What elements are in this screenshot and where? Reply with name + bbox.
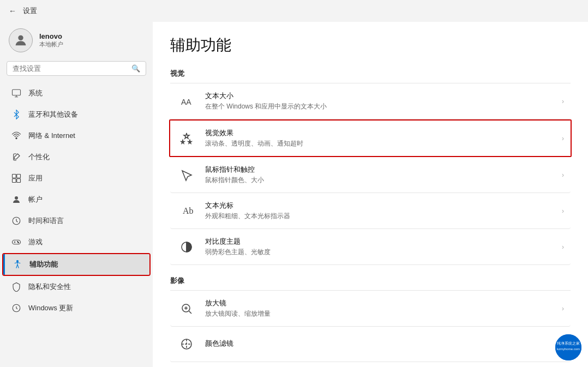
menu-item-text-cursor[interactable]: Ab 文本光标 外观和粗细、文本光标指示器 › bbox=[170, 193, 571, 229]
menu-item-contrast[interactable]: 对比度主题 弱势彩色主题、光敏度 › bbox=[170, 229, 571, 265]
sidebar-item-accessibility[interactable]: 辅助功能 bbox=[3, 254, 149, 275]
svg-text:Ab: Ab bbox=[183, 206, 193, 215]
system-icon bbox=[11, 88, 22, 99]
title-bar: ← 设置 bbox=[0, 0, 588, 22]
menu-item-color-filter[interactable]: 颜色滤镜 › bbox=[170, 327, 571, 362]
apps-icon bbox=[11, 173, 22, 184]
back-button[interactable]: ← bbox=[9, 7, 16, 15]
menu-item-magnifier-subtitle: 放大镜阅读、缩放增量 bbox=[205, 309, 553, 318]
svg-point-12 bbox=[17, 261, 19, 262]
svg-rect-1 bbox=[13, 89, 21, 95]
menu-item-text-cursor-subtitle: 外观和粗细、文本光标指示器 bbox=[205, 212, 553, 221]
menu-item-magnifier[interactable]: 放大镜 放大镜阅读、缩放增量 › bbox=[170, 291, 571, 327]
svg-rect-4 bbox=[17, 175, 21, 178]
svg-point-2 bbox=[16, 137, 17, 139]
sidebar-item-bluetooth[interactable]: 蓝牙和其他设备 bbox=[2, 104, 151, 125]
svg-rect-11 bbox=[13, 240, 21, 244]
menu-item-magnifier-title: 放大镜 bbox=[205, 298, 553, 308]
title-bar-label: 设置 bbox=[23, 6, 37, 16]
chevron-right-icon-5: › bbox=[562, 243, 564, 251]
menu-item-mouse-title: 鼠标指针和触控 bbox=[205, 165, 553, 175]
accessibility-icon bbox=[12, 259, 23, 270]
avatar bbox=[9, 28, 33, 52]
menu-item-text-cursor-title: 文本光标 bbox=[205, 201, 553, 210]
sidebar-item-accounts[interactable]: 帐户 bbox=[2, 189, 151, 210]
svg-point-7 bbox=[15, 196, 18, 200]
menu-item-text-size-subtitle: 在整个 Windows 和应用中显示的文本大小 bbox=[205, 102, 553, 111]
sidebar-item-network-label: 网络 & Internet bbox=[28, 131, 75, 141]
sidebar-item-accessibility-label: 辅助功能 bbox=[29, 260, 58, 269]
sidebar-item-system-label: 系统 bbox=[28, 88, 43, 98]
mouse-pointer-icon bbox=[177, 165, 196, 185]
menu-item-contrast-subtitle: 弱势彩色主题、光敏度 bbox=[205, 248, 553, 257]
svg-point-10 bbox=[18, 242, 19, 243]
magnifier-icon bbox=[177, 299, 196, 318]
svg-rect-6 bbox=[17, 179, 21, 183]
page-title: 辅助功能 bbox=[170, 35, 571, 56]
menu-item-mouse-text: 鼠标指针和触控 鼠标指针颜色、大小 bbox=[205, 165, 553, 185]
sidebar-item-privacy[interactable]: 隐私和安全性 bbox=[2, 276, 151, 297]
sidebar-item-time[interactable]: 时间和语言 bbox=[2, 210, 151, 231]
text-cursor-icon: Ab bbox=[177, 201, 196, 221]
sidebar-item-network[interactable]: 网络 & Internet bbox=[2, 125, 151, 146]
menu-item-mouse-pointer[interactable]: 鼠标指针和触控 鼠标指针颜色、大小 › bbox=[170, 157, 571, 193]
svg-text:AA: AA bbox=[181, 98, 191, 106]
menu-item-visual-effects-wrapper: 视觉效果 滚动条、透明度、动画、通知超时 › bbox=[169, 119, 572, 157]
windows-update-icon bbox=[11, 303, 22, 314]
chevron-right-icon-4: › bbox=[562, 207, 564, 215]
network-icon bbox=[11, 130, 22, 141]
main-layout: lenovo 本地帐户 🔍 系统 蓝牙和其他设备 bbox=[0, 22, 588, 367]
svg-point-0 bbox=[18, 35, 23, 40]
user-profile[interactable]: lenovo 本地帐户 bbox=[0, 22, 153, 61]
menu-item-visual-effects[interactable]: 视觉效果 滚动条、透明度、动画、通知超时 › bbox=[170, 121, 571, 156]
sidebar-item-apps[interactable]: 应用 bbox=[2, 168, 151, 189]
watermark: 纯净系统之家 kzmyhome.com bbox=[555, 334, 581, 360]
user-account-type: 本地帐户 bbox=[39, 40, 63, 49]
svg-text:kzmyhome.com: kzmyhome.com bbox=[557, 347, 580, 351]
sidebar-item-accessibility-wrapper: 辅助功能 bbox=[2, 253, 151, 276]
search-icon: 🔍 bbox=[131, 64, 140, 73]
menu-item-text-size-title: 文本大小 bbox=[205, 91, 553, 101]
sidebar-item-personalization-label: 个性化 bbox=[28, 152, 50, 162]
chevron-right-icon-2: › bbox=[562, 135, 564, 142]
menu-item-color-filter-title: 颜色滤镜 bbox=[205, 339, 553, 348]
content-area: 辅助功能 视觉 AA 文本大小 在整个 Windows 和应用中显示的文本大小 … bbox=[153, 22, 588, 367]
visual-items-list: AA 文本大小 在整个 Windows 和应用中显示的文本大小 › bbox=[170, 83, 571, 265]
search-input[interactable] bbox=[13, 64, 128, 73]
menu-item-text-size[interactable]: AA 文本大小 在整个 Windows 和应用中显示的文本大小 › bbox=[170, 83, 571, 119]
accounts-icon bbox=[11, 194, 22, 205]
chevron-right-icon-6: › bbox=[562, 305, 564, 312]
gaming-icon bbox=[11, 237, 22, 248]
section-imagery: 影像 放大镜 放大镜阅读、缩放增量 › bbox=[170, 276, 571, 362]
section-visual-title: 视觉 bbox=[170, 69, 571, 79]
sidebar-item-personalization[interactable]: 个性化 bbox=[2, 147, 151, 167]
sidebar-item-gaming-label: 游戏 bbox=[28, 237, 43, 247]
privacy-icon bbox=[11, 281, 22, 292]
time-icon bbox=[11, 215, 22, 226]
section-visual: 视觉 AA 文本大小 在整个 Windows 和应用中显示的文本大小 › bbox=[170, 69, 571, 265]
svg-rect-5 bbox=[13, 179, 16, 183]
menu-item-visual-effects-text: 视觉效果 滚动条、透明度、动画、通知超时 bbox=[205, 128, 553, 148]
sidebar-item-system[interactable]: 系统 bbox=[2, 83, 151, 104]
chevron-right-icon: › bbox=[562, 98, 564, 105]
menu-item-visual-effects-title: 视觉效果 bbox=[205, 128, 553, 138]
sidebar-item-privacy-label: 隐私和安全性 bbox=[28, 282, 71, 292]
nav-list: 系统 蓝牙和其他设备 网络 & Internet 个性化 bbox=[0, 82, 153, 363]
personalization-icon bbox=[11, 152, 22, 163]
text-size-icon: AA bbox=[177, 92, 196, 111]
menu-item-mouse-subtitle: 鼠标指针颜色、大小 bbox=[205, 176, 553, 185]
search-box[interactable]: 🔍 bbox=[7, 61, 146, 76]
bluetooth-icon bbox=[11, 109, 22, 120]
color-filter-icon bbox=[177, 334, 196, 354]
sidebar-item-windows-update[interactable]: Windows 更新 bbox=[2, 298, 151, 318]
user-name: lenovo bbox=[39, 32, 63, 40]
menu-item-color-filter-text: 颜色滤镜 bbox=[205, 339, 553, 350]
svg-point-9 bbox=[17, 242, 19, 243]
menu-item-magnifier-text: 放大镜 放大镜阅读、缩放增量 bbox=[205, 298, 553, 318]
chevron-right-icon-3: › bbox=[562, 171, 564, 179]
sidebar-item-gaming[interactable]: 游戏 bbox=[2, 232, 151, 252]
sidebar-item-apps-label: 应用 bbox=[28, 173, 43, 183]
menu-item-text-size-text: 文本大小 在整个 Windows 和应用中显示的文本大小 bbox=[205, 91, 553, 111]
visual-effects-icon bbox=[177, 129, 196, 148]
menu-item-text-cursor-text: 文本光标 外观和粗细、文本光标指示器 bbox=[205, 201, 553, 221]
